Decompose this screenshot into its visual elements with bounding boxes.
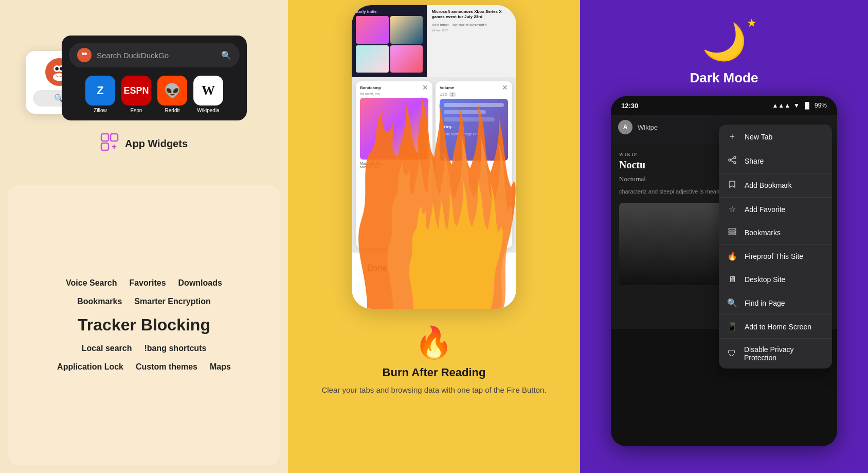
- tab-bandcamp[interactable]: ✕ Bandcamp for artist, lab... Musician, …: [356, 81, 432, 248]
- volume-thumb: Org... The View in Page Prize –: [440, 99, 508, 161]
- find-icon: 🔍: [727, 298, 737, 308]
- dark-phone-mockup: 12:30 ▲▲▲ ▼ ▐▌ 99% A Wikipe ← → ↻ WIKI: [611, 96, 837, 446]
- menu-item-share-label: Share: [745, 157, 764, 165]
- menu-item-fireproof-label: Fireproof This Site: [745, 252, 803, 260]
- app-icon-zillow[interactable]: Z Zillow: [85, 76, 115, 113]
- share-icon: [727, 156, 737, 166]
- reddit-label: Reddit: [165, 108, 180, 113]
- svg-rect-10: [111, 134, 118, 141]
- features-row-5: Application Lock Custom themes Maps: [24, 362, 264, 372]
- app-icons-row: Z Zillow ESPN Espn 👽: [69, 76, 240, 113]
- app-icon-reddit[interactable]: 👽 Reddit: [157, 76, 187, 113]
- features-row-1: Voice Search Favorites Downloads: [24, 278, 264, 288]
- feature-app-lock: Application Lock: [57, 362, 123, 372]
- left-panel: 🔍 Search DuckDuckGo: [0, 0, 288, 473]
- signal-icon: ▲▲▲: [772, 102, 790, 109]
- tab-volume[interactable]: ✕ Volume USD3 Org... The View in Page Pr…: [436, 81, 512, 248]
- moon-icon-wrapper: 🌙 ★: [702, 21, 747, 63]
- right-panel: 🌙 ★ Dark Mode 12:30 ▲▲▲ ▼ ▐▌ 99% A Wikip…: [580, 0, 868, 473]
- svg-point-16: [734, 162, 736, 164]
- phone-bottom-bar: Done 🔥 ＋: [352, 252, 516, 283]
- feature-favorites: Favorites: [129, 278, 166, 288]
- features-row-2: Bookmarks Smarter Encryption: [24, 297, 264, 306]
- espn-label: Espn: [131, 108, 142, 113]
- app-widgets-section: 🔍 Search DuckDuckGo: [0, 0, 288, 185]
- menu-item-add-home-label: Add to Home Screen: [745, 323, 811, 331]
- menu-item-desktop-site[interactable]: 🖥 Desktop Site: [719, 268, 832, 291]
- menu-item-new-tab[interactable]: ＋ New Tab: [719, 125, 832, 149]
- burn-after-reading-section: 🔥 Burn After Reading Clear your tabs and…: [312, 309, 557, 407]
- burn-title: Burn After Reading: [383, 366, 486, 379]
- burn-phone-container: Early indie - Microsoft announces Xbox S…: [352, 5, 516, 309]
- menu-item-find-in-page[interactable]: 🔍 Find in Page: [719, 291, 832, 315]
- search-bar[interactable]: Search DuckDuckGo 🔍: [69, 43, 240, 67]
- zillow-icon: Z: [85, 76, 115, 106]
- menu-item-share[interactable]: Share: [719, 149, 832, 173]
- tab-close-bandcamp[interactable]: ✕: [422, 83, 428, 92]
- fireproof-icon: 🔥: [727, 251, 737, 261]
- menu-item-add-home[interactable]: 📱 Add to Home Screen: [719, 315, 832, 339]
- menu-item-add-bookmark[interactable]: Add Bookmark: [719, 173, 832, 198]
- features-row-3: Tracker Blocking: [24, 316, 264, 335]
- tabs-area: ✕ Bandcamp for artist, lab... Musician, …: [352, 77, 516, 252]
- feature-local-search: Local search: [82, 344, 132, 353]
- app-icon-wikipedia[interactable]: W Wikipedia: [193, 76, 223, 113]
- tab-title-bandcamp: Bandcamp: [360, 85, 428, 90]
- phone-burn-mockup: Early indie - Microsoft announces Xbox S…: [352, 5, 516, 309]
- espn-icon: ESPN: [121, 76, 151, 106]
- site-icon: A: [618, 120, 632, 134]
- svg-rect-11: [101, 143, 109, 150]
- app-icon-espn[interactable]: ESPN Espn: [121, 76, 151, 113]
- music-section: Early indie -: [352, 5, 427, 77]
- context-menu: ＋ New Tab Share: [719, 125, 832, 369]
- tab-title-volume: Volume: [440, 85, 508, 90]
- menu-item-fireproof[interactable]: 🔥 Fireproof This Site: [719, 244, 832, 268]
- middle-panel: Early indie - Microsoft announces Xbox S…: [288, 0, 580, 473]
- feature-maps: Maps: [210, 362, 231, 372]
- early-indie-label: Early indie -: [356, 9, 423, 14]
- ddg-logo: [77, 48, 92, 62]
- feature-bookmarks: Bookmarks: [77, 297, 122, 306]
- desktop-icon: 🖥: [727, 275, 737, 284]
- svg-rect-19: [729, 229, 736, 230]
- bandcamp-desc: Musician, Mu...: [360, 162, 428, 165]
- dark-mode-header: 🌙 ★ Dark Mode: [580, 0, 868, 96]
- battery-percent: 99%: [815, 102, 827, 109]
- svg-line-17: [731, 158, 734, 160]
- menu-item-add-favorite-label: Add Favorite: [745, 205, 785, 214]
- tab-close-volume[interactable]: ✕: [502, 83, 508, 92]
- favorite-icon: ☆: [727, 204, 737, 214]
- features-row-4: Local search !bang shortcuts: [24, 344, 264, 353]
- search-icon: 🔍: [221, 50, 231, 60]
- plus-button[interactable]: ＋: [490, 260, 501, 276]
- menu-item-disable-privacy[interactable]: 🛡 Disable Privacy Protection: [719, 339, 832, 369]
- search-bar-text: Search DuckDuckGo: [97, 51, 221, 60]
- status-bar: 12:30 ▲▲▲ ▼ ▐▌ 99%: [611, 96, 837, 115]
- svg-point-8: [84, 52, 87, 55]
- battery-icon: ▐▌: [803, 102, 811, 109]
- svg-point-3: [55, 67, 58, 70]
- menu-item-add-favorite[interactable]: ☆ Add Favorite: [719, 198, 832, 221]
- phone-screen-top: Early indie - Microsoft announces Xbox S…: [352, 5, 516, 77]
- wikipedia-icon: W: [193, 76, 223, 106]
- done-button[interactable]: Done: [367, 264, 387, 273]
- status-icons: ▲▲▲ ▼ ▐▌ 99%: [772, 102, 827, 109]
- menu-item-find-in-page-label: Find in Page: [745, 299, 785, 307]
- volume-controls: USD3: [440, 92, 508, 97]
- home-screen-icon: 📱: [727, 322, 737, 331]
- bookmark-icon: [727, 180, 737, 190]
- wifi-icon: ▼: [793, 102, 800, 109]
- fire-button[interactable]: 🔥: [431, 261, 445, 275]
- menu-item-desktop-site-label: Desktop Site: [745, 275, 785, 284]
- privacy-icon: 🛡: [727, 349, 737, 358]
- status-time: 12:30: [621, 102, 638, 110]
- home-indicator: [408, 287, 460, 289]
- feature-custom-themes: Custom themes: [136, 362, 197, 372]
- menu-item-bookmarks[interactable]: Bookmarks: [719, 221, 832, 244]
- feature-downloads: Downloads: [178, 278, 222, 288]
- svg-rect-21: [729, 234, 736, 235]
- svg-point-15: [729, 159, 731, 161]
- menu-item-disable-privacy-label: Disable Privacy Protection: [744, 345, 824, 362]
- features-section: Voice Search Favorites Downloads Bookmar…: [8, 185, 280, 465]
- svg-line-18: [731, 161, 734, 162]
